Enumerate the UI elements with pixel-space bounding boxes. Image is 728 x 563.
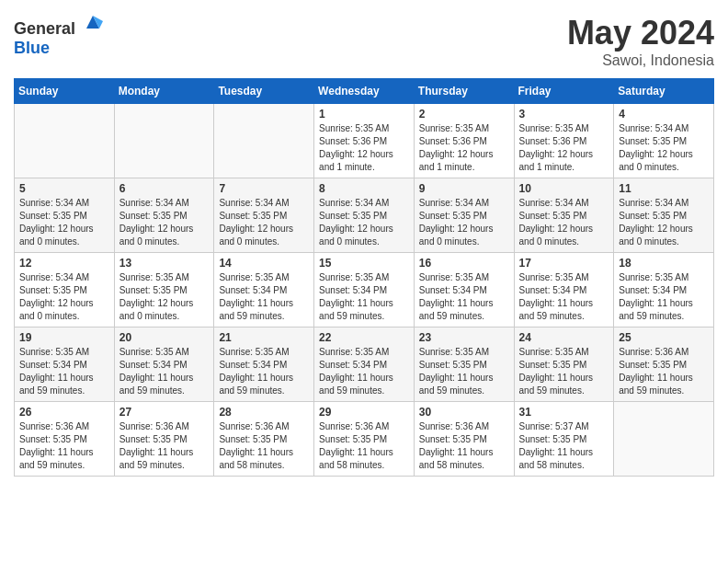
day-info: Sunrise: 5:36 AM Sunset: 5:35 PM Dayligh… xyxy=(419,420,509,472)
calendar-header-row: SundayMondayTuesdayWednesdayThursdayFrid… xyxy=(15,79,714,104)
day-number: 24 xyxy=(519,331,609,344)
day-info: Sunrise: 5:36 AM Sunset: 5:35 PM Dayligh… xyxy=(119,420,210,472)
day-info: Sunrise: 5:34 AM Sunset: 5:35 PM Dayligh… xyxy=(419,197,509,248)
logo: General Blue xyxy=(14,14,103,58)
day-info: Sunrise: 5:35 AM Sunset: 5:34 PM Dayligh… xyxy=(119,346,210,397)
calendar-cell: 12Sunrise: 5:34 AM Sunset: 5:35 PM Dayli… xyxy=(15,253,115,327)
calendar-cell: 1Sunrise: 5:35 AM Sunset: 5:36 PM Daylig… xyxy=(314,104,415,178)
day-info: Sunrise: 5:36 AM Sunset: 5:35 PM Dayligh… xyxy=(619,346,709,397)
calendar-title: May 2024 xyxy=(567,14,714,52)
calendar-cell: 29Sunrise: 5:36 AM Sunset: 5:35 PM Dayli… xyxy=(314,402,415,477)
day-number: 11 xyxy=(619,182,709,195)
day-info: Sunrise: 5:35 AM Sunset: 5:34 PM Dayligh… xyxy=(519,271,609,323)
day-number: 25 xyxy=(619,331,709,344)
calendar-cell xyxy=(614,402,714,477)
calendar-cell: 30Sunrise: 5:36 AM Sunset: 5:35 PM Dayli… xyxy=(414,402,514,477)
calendar-week-row: 1Sunrise: 5:35 AM Sunset: 5:36 PM Daylig… xyxy=(15,104,714,178)
calendar-cell: 10Sunrise: 5:34 AM Sunset: 5:35 PM Dayli… xyxy=(514,178,614,253)
page-header: General Blue May 2024 Sawoi, Indonesia xyxy=(14,14,714,69)
calendar-cell: 14Sunrise: 5:35 AM Sunset: 5:34 PM Dayli… xyxy=(214,253,314,327)
day-number: 5 xyxy=(19,182,109,195)
day-number: 30 xyxy=(419,406,509,419)
day-number: 19 xyxy=(19,331,109,344)
logo-icon xyxy=(83,12,103,32)
day-number: 21 xyxy=(219,331,309,344)
day-number: 17 xyxy=(519,257,609,270)
calendar-cell: 7Sunrise: 5:34 AM Sunset: 5:35 PM Daylig… xyxy=(214,178,314,253)
day-info: Sunrise: 5:36 AM Sunset: 5:35 PM Dayligh… xyxy=(219,420,309,472)
day-info: Sunrise: 5:34 AM Sunset: 5:35 PM Dayligh… xyxy=(19,197,109,248)
calendar-cell xyxy=(214,104,314,178)
day-info: Sunrise: 5:35 AM Sunset: 5:36 PM Dayligh… xyxy=(519,122,609,174)
logo-text: General Blue xyxy=(14,14,103,58)
column-header-friday: Friday xyxy=(514,79,614,104)
day-number: 16 xyxy=(419,257,509,270)
title-block: May 2024 Sawoi, Indonesia xyxy=(567,14,714,69)
calendar-week-row: 12Sunrise: 5:34 AM Sunset: 5:35 PM Dayli… xyxy=(15,253,714,327)
calendar-cell: 31Sunrise: 5:37 AM Sunset: 5:35 PM Dayli… xyxy=(514,402,614,477)
day-number: 14 xyxy=(219,257,309,270)
calendar-cell: 9Sunrise: 5:34 AM Sunset: 5:35 PM Daylig… xyxy=(414,178,514,253)
day-number: 10 xyxy=(519,182,609,195)
calendar-cell: 11Sunrise: 5:34 AM Sunset: 5:35 PM Dayli… xyxy=(614,178,714,253)
column-header-wednesday: Wednesday xyxy=(314,79,415,104)
calendar-cell: 17Sunrise: 5:35 AM Sunset: 5:34 PM Dayli… xyxy=(514,253,614,327)
calendar-cell: 3Sunrise: 5:35 AM Sunset: 5:36 PM Daylig… xyxy=(514,104,614,178)
day-number: 15 xyxy=(319,257,409,270)
calendar-week-row: 5Sunrise: 5:34 AM Sunset: 5:35 PM Daylig… xyxy=(15,178,714,253)
calendar-cell: 22Sunrise: 5:35 AM Sunset: 5:34 PM Dayli… xyxy=(314,327,415,402)
day-info: Sunrise: 5:35 AM Sunset: 5:35 PM Dayligh… xyxy=(519,346,609,397)
column-header-sunday: Sunday xyxy=(15,79,115,104)
calendar-cell: 21Sunrise: 5:35 AM Sunset: 5:34 PM Dayli… xyxy=(214,327,314,402)
day-info: Sunrise: 5:36 AM Sunset: 5:35 PM Dayligh… xyxy=(319,420,409,472)
calendar-cell: 28Sunrise: 5:36 AM Sunset: 5:35 PM Dayli… xyxy=(214,402,314,477)
day-info: Sunrise: 5:35 AM Sunset: 5:36 PM Dayligh… xyxy=(419,122,509,174)
day-number: 1 xyxy=(319,108,409,121)
calendar-cell: 23Sunrise: 5:35 AM Sunset: 5:35 PM Dayli… xyxy=(414,327,514,402)
day-info: Sunrise: 5:35 AM Sunset: 5:35 PM Dayligh… xyxy=(119,271,210,323)
calendar-cell: 4Sunrise: 5:34 AM Sunset: 5:35 PM Daylig… xyxy=(614,104,714,178)
day-number: 12 xyxy=(19,257,109,270)
day-info: Sunrise: 5:35 AM Sunset: 5:35 PM Dayligh… xyxy=(419,346,509,397)
calendar-location: Sawoi, Indonesia xyxy=(567,52,714,69)
day-info: Sunrise: 5:34 AM Sunset: 5:35 PM Dayligh… xyxy=(619,122,709,174)
day-number: 23 xyxy=(419,331,509,344)
day-info: Sunrise: 5:35 AM Sunset: 5:36 PM Dayligh… xyxy=(319,122,409,174)
column-header-saturday: Saturday xyxy=(614,79,714,104)
calendar-table: SundayMondayTuesdayWednesdayThursdayFrid… xyxy=(14,78,714,477)
day-number: 2 xyxy=(419,108,509,121)
calendar-cell: 26Sunrise: 5:36 AM Sunset: 5:35 PM Dayli… xyxy=(15,402,115,477)
calendar-week-row: 26Sunrise: 5:36 AM Sunset: 5:35 PM Dayli… xyxy=(15,402,714,477)
logo-general: General xyxy=(14,19,75,38)
day-info: Sunrise: 5:34 AM Sunset: 5:35 PM Dayligh… xyxy=(19,271,109,323)
calendar-cell: 25Sunrise: 5:36 AM Sunset: 5:35 PM Dayli… xyxy=(614,327,714,402)
day-number: 20 xyxy=(119,331,210,344)
day-number: 28 xyxy=(219,406,309,419)
day-number: 22 xyxy=(319,331,409,344)
column-header-tuesday: Tuesday xyxy=(214,79,314,104)
calendar-cell: 15Sunrise: 5:35 AM Sunset: 5:34 PM Dayli… xyxy=(314,253,415,327)
calendar-cell: 5Sunrise: 5:34 AM Sunset: 5:35 PM Daylig… xyxy=(15,178,115,253)
calendar-cell: 8Sunrise: 5:34 AM Sunset: 5:35 PM Daylig… xyxy=(314,178,415,253)
day-number: 31 xyxy=(519,406,609,419)
day-number: 26 xyxy=(19,406,109,419)
calendar-cell: 18Sunrise: 5:35 AM Sunset: 5:34 PM Dayli… xyxy=(614,253,714,327)
day-info: Sunrise: 5:34 AM Sunset: 5:35 PM Dayligh… xyxy=(519,197,609,248)
column-header-monday: Monday xyxy=(114,79,214,104)
day-number: 3 xyxy=(519,108,609,121)
day-info: Sunrise: 5:34 AM Sunset: 5:35 PM Dayligh… xyxy=(319,197,409,248)
day-number: 6 xyxy=(119,182,210,195)
day-info: Sunrise: 5:35 AM Sunset: 5:34 PM Dayligh… xyxy=(319,346,409,397)
day-info: Sunrise: 5:35 AM Sunset: 5:34 PM Dayligh… xyxy=(219,271,309,323)
calendar-week-row: 19Sunrise: 5:35 AM Sunset: 5:34 PM Dayli… xyxy=(15,327,714,402)
day-info: Sunrise: 5:36 AM Sunset: 5:35 PM Dayligh… xyxy=(19,420,109,472)
day-info: Sunrise: 5:35 AM Sunset: 5:34 PM Dayligh… xyxy=(419,271,509,323)
column-header-thursday: Thursday xyxy=(414,79,514,104)
day-number: 4 xyxy=(619,108,709,121)
day-number: 18 xyxy=(619,257,709,270)
calendar-cell: 24Sunrise: 5:35 AM Sunset: 5:35 PM Dayli… xyxy=(514,327,614,402)
calendar-cell xyxy=(114,104,214,178)
day-number: 27 xyxy=(119,406,210,419)
calendar-cell: 16Sunrise: 5:35 AM Sunset: 5:34 PM Dayli… xyxy=(414,253,514,327)
day-number: 7 xyxy=(219,182,309,195)
